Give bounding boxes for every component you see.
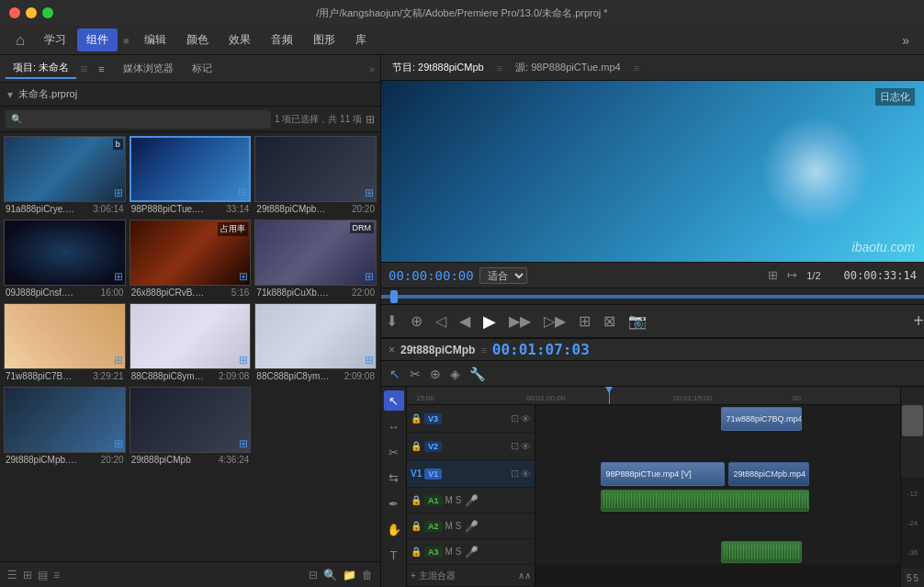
menu-bar: ⌂ 学习 组件 ■ 编辑 颜色 效果 音频 图形 库 » bbox=[0, 26, 924, 55]
timeline-timecode[interactable]: 00:01:07:03 bbox=[492, 341, 590, 358]
eye-v1-icon[interactable]: 👁 bbox=[521, 468, 531, 480]
text-tool-btn[interactable]: T bbox=[384, 545, 404, 565]
a1-mic-icon[interactable]: 🎤 bbox=[465, 494, 479, 507]
zoom-out-icon[interactable]: ⊟ bbox=[309, 569, 318, 581]
hand-tool-btn[interactable]: ✋ bbox=[384, 519, 404, 539]
media-item[interactable]: ⊞ 88C888piC8ym_1.mp4 2:09:08 bbox=[130, 303, 252, 383]
media-item[interactable]: DRM ⊞ 71k888piCuXb.mp4 22:00 bbox=[254, 220, 377, 299]
lock-icon-v2[interactable]: 🔒 bbox=[411, 441, 422, 451]
menu-color[interactable]: 颜色 bbox=[177, 28, 218, 51]
lock-icon-a3[interactable]: 🔒 bbox=[411, 547, 422, 557]
zoom-in-ctrl-icon[interactable]: ⊞ bbox=[765, 266, 781, 284]
lock-icon[interactable]: 🔒 bbox=[411, 413, 422, 423]
menu-more[interactable]: » bbox=[895, 33, 917, 48]
export-frame-icon[interactable]: 📷 bbox=[624, 309, 651, 333]
icon-view-icon[interactable]: ▤ bbox=[38, 569, 48, 581]
lock-icon-a1[interactable]: 🔒 bbox=[411, 495, 422, 505]
pen-tool-btn[interactable]: ✒ bbox=[384, 493, 404, 514]
insert-icon[interactable]: ⊞ bbox=[574, 309, 595, 333]
fit-select[interactable]: 适合 bbox=[479, 267, 527, 284]
step-back-icon[interactable]: ◀ bbox=[455, 309, 475, 333]
close-button[interactable] bbox=[9, 7, 20, 18]
menu-edit[interactable]: 编辑 bbox=[135, 28, 175, 51]
ruler-mark: 00:01:00:00 bbox=[526, 394, 565, 402]
tab-audio-mixer[interactable]: 标记 bbox=[185, 59, 220, 78]
media-item[interactable]: 占用率 ⊞ 26x888piCRvB.mp4... 5:16 bbox=[130, 220, 252, 299]
media-item[interactable]: b ⊞ 91a888piCrye.mp4 3:06:14 bbox=[4, 136, 126, 216]
settings-icon[interactable]: ≡ bbox=[53, 569, 60, 581]
timeline-ruler: 15:00 00:01:00:00 00:01:15:00 00 bbox=[407, 387, 900, 405]
preview-timecode[interactable]: 00:00:00:00 bbox=[389, 268, 474, 283]
settings-ctrl-icon[interactable] bbox=[835, 274, 840, 277]
menu-effects[interactable]: 效果 bbox=[220, 28, 260, 51]
media-item[interactable]: ⊞ 29t888piCMpb 4:36:24 bbox=[130, 387, 252, 467]
menu-audio[interactable]: 音频 bbox=[262, 28, 302, 51]
preview-timeline[interactable] bbox=[381, 288, 924, 304]
clip-v3-1[interactable]: 71w888piC7BQ.mp4 [V] bbox=[721, 407, 801, 431]
search-footer-icon[interactable]: 🔍 bbox=[323, 569, 337, 581]
export-ctrl-icon[interactable]: ↦ bbox=[784, 266, 800, 284]
mark-out-icon[interactable]: ⊕ bbox=[406, 309, 427, 333]
marker-tool[interactable]: ◈ bbox=[447, 364, 463, 384]
mute-v1-icon[interactable]: ⊡ bbox=[511, 468, 519, 480]
tab-marks[interactable]: 媒体浏览器 bbox=[116, 59, 181, 78]
a2-mic-icon[interactable]: 🎤 bbox=[465, 520, 479, 533]
menu-library[interactable]: 库 bbox=[346, 28, 376, 51]
clip-a3-1[interactable] bbox=[721, 541, 801, 563]
lock-icon-a2[interactable]: 🔒 bbox=[411, 521, 422, 531]
media-item[interactable]: ⊞ 88C888piC8ym.mp4 2:09:08 bbox=[254, 303, 377, 383]
razor-tool-btn[interactable]: ✂ bbox=[384, 442, 404, 462]
home-button[interactable]: ⌂ bbox=[7, 28, 33, 53]
folder-nav-icon[interactable]: 📁 bbox=[343, 569, 356, 581]
quality-label[interactable]: 1/2 bbox=[804, 268, 823, 283]
eye-v2-icon[interactable]: 👁 bbox=[521, 441, 531, 452]
play-button[interactable]: ▶ bbox=[479, 308, 501, 335]
settings-tool[interactable]: 🔧 bbox=[467, 364, 488, 384]
add-button[interactable]: + bbox=[913, 310, 924, 332]
mute-v3-icon[interactable]: ⊡ bbox=[511, 412, 519, 424]
right-panel: 节目: 29t888piCMpb ≡ 源: 98P888piCTue.mp4 ≡… bbox=[381, 55, 924, 587]
ripple-tool-btn[interactable]: ↔ bbox=[384, 416, 404, 436]
overwrite-icon[interactable]: ⊠ bbox=[599, 309, 620, 333]
media-item[interactable]: ⊞ 98P888piCTue.mp4 33:14 bbox=[130, 136, 252, 216]
new-bin-icon[interactable]: ☰ bbox=[7, 569, 17, 581]
clip-a1-1[interactable] bbox=[601, 490, 808, 512]
selection-tool-btn[interactable]: ↖ bbox=[384, 390, 404, 411]
slip-tool-btn[interactable]: ⇆ bbox=[384, 468, 404, 488]
timeline-playhead[interactable] bbox=[390, 290, 398, 303]
menu-graphics[interactable]: 图形 bbox=[304, 28, 344, 51]
media-item[interactable]: ⊞ 09J888piCnsf.mp4 16:00 bbox=[4, 220, 126, 299]
minimize-button[interactable] bbox=[26, 7, 37, 18]
panel-expand[interactable]: » bbox=[369, 63, 375, 74]
go-to-out-icon[interactable]: ▷▶ bbox=[539, 309, 570, 333]
media-item[interactable]: ⊞ 71w888piC7BQ.mp4 3:29:21 bbox=[4, 303, 126, 383]
tab-project[interactable]: 项目: 未命名 bbox=[6, 58, 76, 79]
clip-v1-1[interactable]: 98P888piCTue.mp4 [V] bbox=[601, 462, 725, 486]
a3-mic-icon[interactable]: 🎤 bbox=[465, 546, 479, 559]
menu-assembly[interactable]: 组件 bbox=[77, 28, 118, 51]
media-item[interactable]: ⊞ 29t888piCMpb.mp4 20:20 bbox=[4, 387, 126, 467]
razor-tool[interactable]: ✂ bbox=[407, 364, 423, 384]
maximize-button[interactable] bbox=[42, 7, 53, 18]
delete-icon[interactable]: 🗑 bbox=[362, 569, 373, 581]
mark-in-icon[interactable]: ⬇ bbox=[381, 309, 402, 333]
tab-source-preview[interactable]: 源: 98P888piCTue.mp4 bbox=[510, 59, 626, 76]
mute-v2-icon[interactable]: ⊡ bbox=[511, 440, 519, 452]
add-tool[interactable]: ⊕ bbox=[427, 364, 444, 384]
list-view-icon[interactable]: ⊞ bbox=[23, 569, 32, 581]
eye-v3-icon[interactable]: 👁 bbox=[521, 413, 531, 424]
scrollbar-track[interactable] bbox=[901, 387, 924, 477]
media-item[interactable]: ⊞ 29t888piCMpb_1.mp4 20:20 bbox=[254, 136, 377, 216]
step-fwd-icon[interactable]: ▶▶ bbox=[504, 309, 535, 333]
media-name: 26x888piCRvB.mp4... bbox=[131, 288, 205, 298]
timeline-section: × 29t888piCMpb ≡ 00:01:07:03 ↖ ✂ ⊕ ◈ 🔧 ↖… bbox=[381, 337, 924, 587]
thumb-icon: ⊞ bbox=[114, 270, 123, 283]
go-to-in-icon[interactable]: ◁ bbox=[431, 309, 451, 333]
view-icon[interactable]: ⊞ bbox=[366, 113, 375, 126]
tab-sequence-preview[interactable]: 节目: 29t888piCMpb bbox=[387, 59, 490, 76]
menu-learn[interactable]: 学习 bbox=[35, 28, 75, 51]
clip-v1-2[interactable]: 29t888piCMpb.mp4 [V] bbox=[728, 462, 808, 486]
timeline-close[interactable]: × bbox=[389, 344, 395, 356]
tab-media-browser[interactable]: ≡ bbox=[91, 61, 111, 77]
select-tool[interactable]: ↖ bbox=[387, 364, 403, 384]
